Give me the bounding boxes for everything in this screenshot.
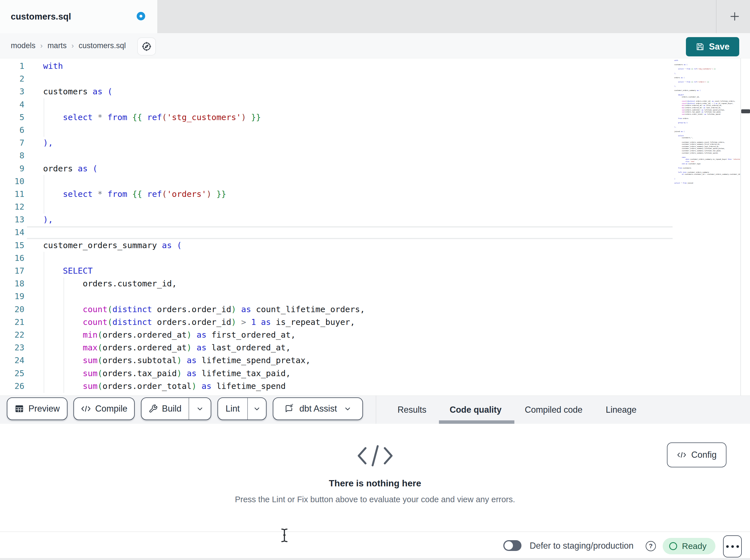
line-number: 14	[0, 226, 24, 239]
compile-button-label: Compile	[95, 403, 127, 414]
line-number: 13	[0, 213, 24, 226]
tab-title: customers.sql	[11, 12, 71, 22]
line-number: 25	[0, 367, 24, 380]
breadcrumb-item-file: customers.sql	[79, 41, 126, 50]
line-number: 5	[0, 111, 24, 124]
more-options-button[interactable]	[723, 535, 742, 557]
code-line[interactable]: 19	[0, 290, 673, 303]
code-line[interactable]: 2	[0, 72, 673, 85]
tab-customers-sql[interactable]: customers.sql	[0, 0, 158, 33]
plus-icon	[729, 11, 741, 22]
dbt-assist-button[interactable]: dbt Assist	[273, 397, 363, 420]
wrench-icon	[149, 404, 158, 413]
code-icon	[81, 405, 91, 413]
line-number: 9	[0, 162, 24, 175]
code-line[interactable]: 20 count(distinct orders.order_id) as co…	[0, 303, 673, 316]
chevron-down-icon	[344, 405, 352, 413]
line-number: 12	[0, 201, 24, 213]
explore-lineage-button[interactable]	[137, 37, 156, 56]
line-number: 17	[0, 265, 24, 277]
compass-icon	[141, 41, 152, 52]
status-bar: Defer to staging/production ? Ready	[0, 532, 750, 560]
save-button[interactable]: Save	[686, 37, 739, 56]
empty-state: There is nothing here Press the Lint or …	[0, 424, 750, 504]
line-number: 26	[0, 380, 24, 393]
code-line[interactable]: 23 max(orders.ordered_at) as last_ordere…	[0, 341, 673, 354]
help-icon[interactable]: ?	[646, 541, 656, 551]
code-line[interactable]: 6	[0, 124, 673, 137]
unsaved-changes-dot-icon	[137, 12, 145, 20]
code-line[interactable]: 14	[0, 226, 673, 239]
config-button[interactable]: Config	[667, 442, 727, 468]
line-number: 7	[0, 137, 24, 149]
code-line[interactable]: 1with	[0, 60, 673, 72]
tab-bar-divider	[716, 0, 716, 33]
line-number: 4	[0, 98, 24, 111]
code-line[interactable]: 26 sum(orders.order_total) as lifetime_s…	[0, 380, 673, 393]
status-circle-icon	[669, 542, 677, 550]
line-number: 2	[0, 72, 24, 85]
new-tab-button[interactable]	[725, 7, 744, 26]
code-line[interactable]: 24 sum(orders.subtotal) as lifetime_spen…	[0, 354, 673, 367]
code-line[interactable]: 15customer_orders_summary as (	[0, 239, 673, 252]
code-quality-panel: There is nothing here Press the Lint or …	[0, 424, 750, 532]
breadcrumb-separator: ›	[40, 42, 42, 50]
code-line[interactable]: 17 SELECT	[0, 265, 673, 277]
build-button-label: Build	[162, 403, 181, 414]
editor-action-bar: Preview Compile Build	[0, 395, 750, 424]
preview-button-label: Preview	[28, 403, 60, 414]
code-line[interactable]: 8	[0, 149, 673, 162]
code-line[interactable]: 3customers as (	[0, 85, 673, 98]
build-split-button: Build	[141, 397, 211, 420]
tab-lineage[interactable]: Lineage	[606, 405, 636, 415]
dbt-assist-button-label: dbt Assist	[299, 403, 337, 414]
code-line[interactable]: 7),	[0, 137, 673, 149]
breadcrumb-separator: ›	[72, 42, 74, 50]
line-number: 22	[0, 329, 24, 341]
line-number: 18	[0, 277, 24, 290]
dbt-cloud-ide-window: customers.sql models › marts › customers…	[0, 0, 750, 560]
tab-compiled-code[interactable]: Compiled code	[525, 405, 583, 415]
save-button-label: Save	[709, 42, 729, 52]
code-line[interactable]: 13),	[0, 213, 673, 226]
active-tab-underline	[439, 420, 514, 424]
status-badge[interactable]: Ready	[663, 538, 715, 554]
lint-button[interactable]: Lint	[218, 398, 247, 419]
code-editor[interactable]: 1with23customers as (45 select * from {{…	[0, 58, 750, 395]
breadcrumb-item-models[interactable]: models	[11, 41, 36, 50]
chevron-down-icon	[253, 405, 261, 413]
build-dropdown-button[interactable]	[189, 398, 211, 419]
editor-scrollbar-thumb[interactable]	[741, 109, 750, 113]
code-line[interactable]: 16	[0, 252, 673, 265]
build-button[interactable]: Build	[141, 398, 189, 419]
tab-results[interactable]: Results	[397, 405, 427, 415]
code-line[interactable]: 25 sum(orders.tax_paid) as lifetime_tax_…	[0, 367, 673, 380]
code-line[interactable]: 21 count(distinct orders.order_id) > 1 a…	[0, 316, 673, 329]
code-line[interactable]: 9orders as (	[0, 162, 673, 175]
preview-button[interactable]: Preview	[7, 397, 67, 420]
code-line[interactable]: 5 select * from {{ ref('stg_customers') …	[0, 111, 673, 124]
defer-toggle[interactable]	[503, 540, 521, 551]
line-number: 23	[0, 341, 24, 354]
code-line[interactable]: 12	[0, 201, 673, 213]
ellipsis-icon	[726, 545, 729, 548]
minimap[interactable]: with customers as ( select * from {{ ref…	[674, 60, 740, 394]
code-line[interactable]: 18 orders.customer_id,	[0, 277, 673, 290]
breadcrumb: models › marts › customers.sql	[11, 33, 126, 58]
indent-guide	[44, 98, 44, 137]
code-icon	[0, 443, 750, 468]
line-number: 6	[0, 124, 24, 137]
code-line[interactable]: 22 min(orders.ordered_at) as first_order…	[0, 329, 673, 341]
line-number: 10	[0, 175, 24, 188]
defer-label: Defer to staging/production	[530, 541, 633, 551]
code-icon	[677, 451, 687, 459]
line-number: 21	[0, 316, 24, 329]
breadcrumb-item-marts[interactable]: marts	[47, 41, 67, 50]
lint-dropdown-button[interactable]	[248, 398, 266, 419]
code-line[interactable]: 10	[0, 175, 673, 188]
minimap-divider	[741, 58, 741, 395]
code-line[interactable]: 11 select * from {{ ref('orders') }}	[0, 188, 673, 201]
code-line[interactable]: 4	[0, 98, 673, 111]
compile-button[interactable]: Compile	[74, 397, 135, 420]
tab-code-quality[interactable]: Code quality	[450, 405, 501, 415]
